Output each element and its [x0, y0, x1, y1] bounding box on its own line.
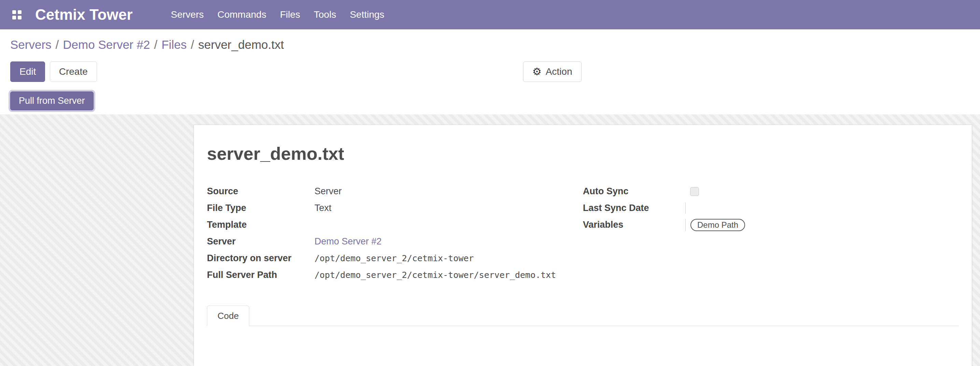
- field-value: Server: [315, 186, 583, 197]
- field-value: Demo Path: [685, 219, 959, 231]
- field-label: Full Server Path: [207, 269, 315, 281]
- record-title: server_demo.txt: [207, 143, 959, 164]
- apps-grid-icon: [12, 10, 22, 19]
- form-view-background: server_demo.txt SourceServerFile TypeTex…: [0, 115, 980, 366]
- notebook-tabs: Code: [207, 305, 959, 326]
- nav-menu-settings[interactable]: Settings: [350, 9, 384, 20]
- field-value: Text: [315, 202, 583, 214]
- field-row: SourceServer: [207, 183, 583, 200]
- field-value-text: /opt/demo_server_2/cetmix-tower/server_d…: [315, 269, 556, 281]
- action-label: Action: [546, 67, 572, 76]
- breadcrumb-current: server_demo.txt: [198, 38, 284, 51]
- nav-menu-files[interactable]: Files: [280, 9, 300, 20]
- pull-from-server-button[interactable]: Pull from Server: [10, 91, 94, 110]
- field-value: /opt/demo_server_2/cetmix-tower/server_d…: [315, 269, 583, 281]
- breadcrumb-link[interactable]: Servers: [10, 38, 52, 51]
- nav-menu-servers[interactable]: Servers: [171, 9, 204, 20]
- field-value: Demo Server #2: [315, 236, 583, 247]
- app-window: Cetmix Tower ServersCommandsFilesToolsSe…: [0, 0, 980, 366]
- create-button[interactable]: Create: [50, 62, 97, 82]
- field-value: [315, 219, 583, 231]
- field-row: Auto Sync: [583, 183, 959, 200]
- field-groups: SourceServerFile TypeTextTemplateServerD…: [207, 183, 959, 283]
- breadcrumb: Servers/Demo Server #2/Files/server_demo…: [10, 29, 970, 53]
- field-value: [685, 202, 959, 214]
- nav-menus: ServersCommandsFilesToolsSettings: [171, 9, 384, 20]
- variable-tag[interactable]: Demo Path: [690, 219, 745, 231]
- notebook: Code: [207, 305, 959, 366]
- field-row: Last Sync Date: [583, 200, 959, 216]
- field-group-right: Auto SyncLast Sync DateVariablesDemo Pat…: [583, 183, 959, 283]
- nav-menu-tools[interactable]: Tools: [314, 9, 336, 20]
- field-row: File TypeText: [207, 200, 583, 216]
- nav-menu-commands[interactable]: Commands: [218, 9, 266, 20]
- action-menu-button[interactable]: ⚙ Action: [523, 62, 582, 82]
- field-row: Directory on server/opt/demo_server_2/ce…: [207, 250, 583, 267]
- tab-content-code: [207, 326, 959, 366]
- field-row: ServerDemo Server #2: [207, 233, 583, 250]
- form-sheet: server_demo.txt SourceServerFile TypeTex…: [194, 125, 972, 366]
- field-label: Last Sync Date: [583, 202, 685, 214]
- field-label: Variables: [583, 219, 685, 231]
- field-group-left: SourceServerFile TypeTextTemplateServerD…: [207, 183, 583, 283]
- gear-icon: ⚙: [532, 67, 542, 77]
- breadcrumb-separator: /: [191, 38, 194, 51]
- breadcrumb-link[interactable]: Files: [162, 38, 187, 51]
- field-label: Auto Sync: [583, 186, 685, 197]
- apps-menu-button[interactable]: [10, 8, 24, 22]
- field-value-text: Text: [315, 202, 332, 214]
- auto-sync-checkbox[interactable]: [690, 187, 699, 196]
- control-panel: Servers/Demo Server #2/Files/server_demo…: [0, 29, 980, 115]
- field-label: Directory on server: [207, 253, 315, 264]
- field-label: Template: [207, 219, 315, 231]
- field-row: Full Server Path/opt/demo_server_2/cetmi…: [207, 267, 583, 283]
- field-row: VariablesDemo Path: [583, 216, 959, 233]
- field-label: Server: [207, 236, 315, 247]
- app-brand[interactable]: Cetmix Tower: [35, 6, 132, 23]
- top-navbar: Cetmix Tower ServersCommandsFilesToolsSe…: [0, 0, 980, 29]
- field-value-text: Server: [315, 186, 342, 197]
- edit-button[interactable]: Edit: [10, 62, 45, 82]
- breadcrumb-separator: /: [56, 38, 59, 51]
- control-buttons-row: Edit Create ⚙ Action: [10, 62, 970, 82]
- field-row: Template: [207, 216, 583, 233]
- field-value: /opt/demo_server_2/cetmix-tower: [315, 253, 583, 264]
- field-value-text: /opt/demo_server_2/cetmix-tower: [315, 253, 474, 264]
- tab-code[interactable]: Code: [207, 306, 249, 326]
- field-value-link[interactable]: Demo Server #2: [315, 236, 382, 247]
- statusbar: Pull from Server: [10, 91, 970, 110]
- breadcrumb-link[interactable]: Demo Server #2: [63, 38, 150, 51]
- breadcrumb-separator: /: [154, 38, 158, 51]
- field-label: Source: [207, 186, 315, 197]
- field-value: [685, 186, 959, 197]
- field-label: File Type: [207, 202, 315, 214]
